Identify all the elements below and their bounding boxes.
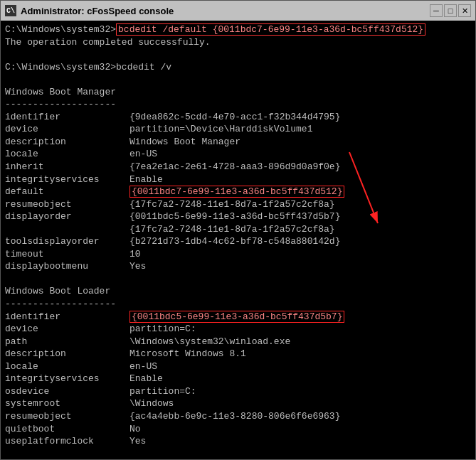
kv-toolsdisplayorder-wbm: toolsdisplayorder{b2721d73-1db4-4c62-bf7… <box>5 235 471 248</box>
title-bar-left: C\ Administrator: cFosSpeed console <box>5 5 174 16</box>
kv-inherit-wbm: inherit{7ea2e1ac-2e61-4728-aaa3-896d9d0a… <box>5 161 471 173</box>
default-value-highlight: {0011bdc7-6e99-11e3-a36d-bc5ff437d512} <box>129 186 344 198</box>
operation-text: The operation completed successfully. <box>5 37 211 48</box>
kv-locale-wbm: localeen-US <box>5 148 471 161</box>
kv-quietboot-wbl1: quietbootNo <box>5 423 471 436</box>
kv-useplatformclock-wbl1: useplatformclockYes <box>5 435 471 448</box>
kv-integrity-wbl1: integrityservicesEnable <box>5 373 471 385</box>
kv-default-wbm: default{0011bdc7-6e99-11e3-a36d-bc5ff437… <box>5 186 471 198</box>
kv-identifier-wbl1: identifier{0011bdc5-6e99-11e3-a36d-bc5ff… <box>5 311 471 323</box>
kv-resumeobject-wbl1: resumeobject{ac4a4ebb-6e9c-11e3-8280-806… <box>5 410 471 423</box>
kv-osdevice-wbl1: osdevicepartition=C: <box>5 385 471 398</box>
kv-systemroot-wbl1: systemroot\Windows <box>5 397 471 410</box>
window: C\ Administrator: cFosSpeed console ─ □ … <box>0 0 476 460</box>
kv-device-wbm: devicepartition=\Device\HarddiskVolume1 <box>5 123 471 136</box>
close-button[interactable]: ✕ <box>458 4 471 17</box>
kv-displayorder-wbm: displayorder{0011bdc5-6e99-11e3-a36d-bc5… <box>5 210 471 223</box>
kv-locale-wbl1: localeen-US <box>5 360 471 373</box>
sep-wbl1: -------------------- <box>5 298 471 311</box>
kv-identifier-wbm: identifier{9dea862c-5cdd-4e70-acc1-f32b3… <box>5 111 471 124</box>
section-wbl1: Windows Boot Loader <box>5 285 471 298</box>
kv-device-wbl1: devicepartition=C: <box>5 323 471 336</box>
blank-2 <box>5 73 471 86</box>
kv-integrityservices-wbm: integrityservicesEnable <box>5 173 471 186</box>
cmd-line-1: C:\Windows\system32>bcdedit /default {00… <box>5 23 471 36</box>
kv-resumeobject-wbm: resumeobject{17fc7a2-7248-11e1-8d7a-1f2a… <box>5 198 471 211</box>
section-wbm: Windows Boot Manager <box>5 86 471 99</box>
title-bar: C\ Administrator: cFosSpeed console ─ □ … <box>1 1 475 21</box>
kv-displaybootmenu-wbm: displaybootmenuYes <box>5 260 471 273</box>
minimize-button[interactable]: ─ <box>430 4 443 17</box>
console-area: C:\Windows\system32>bcdedit /default {00… <box>1 21 475 459</box>
window-icon: C\ <box>5 5 16 16</box>
maximize-button[interactable]: □ <box>444 4 457 17</box>
sep-wbm: -------------------- <box>5 98 471 111</box>
kv-description-wbm: descriptionWindows Boot Manager <box>5 136 471 149</box>
blank-4 <box>5 448 471 459</box>
cmd-line-2: C:\Windows\system32>bcdedit /v <box>5 61 471 74</box>
prompt-1: C:\Windows\system32> <box>5 24 116 35</box>
kv-path-wbl1: path\Windows\system32\winload.exe <box>5 336 471 348</box>
success-msg: The operation completed successfully. <box>5 36 471 49</box>
blank-1 <box>5 48 471 61</box>
blank-3 <box>5 273 471 286</box>
command-highlight-1: bcdedit /default {0011bdc7-6e99-11e3-a36… <box>116 23 425 36</box>
identifier-wbl1-highlight: {0011bdc5-6e99-11e3-a36d-bc5ff437d5b7} <box>129 311 344 323</box>
window-title: Administrator: cFosSpeed console <box>21 6 174 16</box>
kv-description-wbl1: descriptionMicrosoft Windows 8.1 <box>5 348 471 360</box>
title-bar-controls: ─ □ ✕ <box>430 4 471 17</box>
kv-timeout-wbm: timeout10 <box>5 248 471 261</box>
kv-displayorder2-wbm: {17fc7a2-7248-11e1-8d7a-1f2a57c2cf8a} <box>5 223 471 236</box>
